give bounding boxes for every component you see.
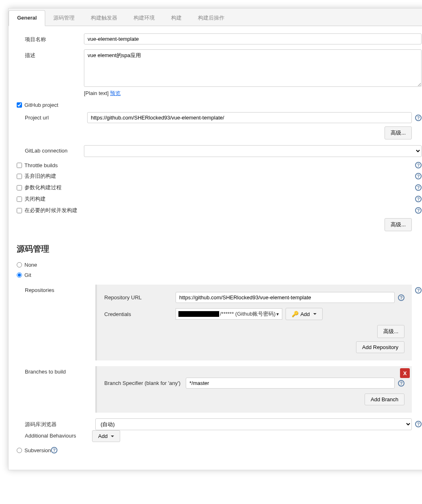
project-url-input[interactable] <box>87 112 412 123</box>
close-label: 关闭构建 <box>24 195 415 203</box>
desc-hint: [Plain text] 预览 <box>84 90 422 97</box>
advanced-button[interactable]: 高级... <box>385 126 412 139</box>
row-github-project: GitHub project <box>17 102 422 108</box>
scm-section-title: 源码管理 <box>17 243 422 254</box>
add-behaviour-button[interactable]: Add <box>92 430 120 442</box>
scm-git-label: Git <box>24 272 31 278</box>
desc-textarea[interactable]: vue element的spa应用 <box>84 49 422 87</box>
tab-scm[interactable]: 源码管理 <box>45 10 83 26</box>
row-repositories: Repositories Repository URL ? Credential… <box>25 285 422 366</box>
label-repo-url: Repository URL <box>104 294 176 301</box>
add-branch-button[interactable]: Add Branch <box>365 393 404 405</box>
help-icon[interactable]: ? <box>415 421 422 427</box>
project-name-input[interactable] <box>84 33 422 44</box>
row-desc: 描述 vue element的spa应用 [Plain text] 预览 <box>17 49 422 97</box>
scm-git-radio[interactable] <box>17 272 22 278</box>
help-icon[interactable]: ? <box>415 207 422 214</box>
help-icon[interactable]: ? <box>415 162 422 168</box>
credentials-text: /****** (Github账号密码) <box>220 310 276 318</box>
key-icon: 🔑 <box>292 311 299 317</box>
row-throttle: Throttle builds ? <box>17 162 422 168</box>
concurrent-checkbox[interactable] <box>17 208 22 213</box>
row-browser: 源码库浏览器 (自动) ? <box>25 418 422 430</box>
label-credentials: Credentials <box>104 311 176 317</box>
label-project-name: 项目名称 <box>17 33 84 43</box>
github-project-checkbox[interactable] <box>17 102 22 108</box>
label-additional: Additional Behaviours <box>25 430 92 439</box>
delete-branch-button[interactable]: X <box>400 368 410 378</box>
scm-svn-radio[interactable] <box>17 448 22 453</box>
param-label: 参数化构建过程 <box>24 184 415 191</box>
dropdown-caret-icon: ▼ <box>276 312 280 316</box>
add-label: Add <box>300 311 310 317</box>
hint-plain-text: [Plain text] <box>84 90 110 96</box>
repo-url-input[interactable] <box>176 292 395 303</box>
scm-none-radio[interactable] <box>17 262 22 267</box>
preview-link[interactable]: 预览 <box>110 90 121 96</box>
chevron-down-icon <box>313 313 316 315</box>
label-browser: 源码库浏览器 <box>25 418 92 428</box>
row-additional: Additional Behaviours Add <box>25 430 422 442</box>
row-project-name: 项目名称 <box>17 33 422 44</box>
advanced-button-2[interactable]: 高级... <box>385 218 412 231</box>
chevron-down-icon <box>111 435 114 437</box>
row-repo-url: Repository URL ? <box>104 292 404 303</box>
row-branch-spec: Branch Specifier (blank for 'any') ? <box>104 378 404 389</box>
help-icon[interactable]: ? <box>415 287 422 294</box>
content: 项目名称 描述 vue element的spa应用 [Plain text] 预… <box>9 26 422 470</box>
label-branch-spec: Branch Specifier (blank for 'any') <box>104 380 186 386</box>
tab-post[interactable]: 构建后操作 <box>190 10 233 26</box>
help-icon[interactable]: ? <box>415 184 422 191</box>
row-scm-svn: Subversion ? <box>17 447 422 453</box>
gitlab-select[interactable] <box>84 145 422 157</box>
branch-block: X Branch Specifier (blank for 'any') ? A… <box>95 366 412 413</box>
add2-label: Add <box>98 433 108 439</box>
tab-build[interactable]: 构建 <box>163 10 190 26</box>
label-repositories: Repositories <box>25 285 92 293</box>
scm-none-label: None <box>24 262 37 268</box>
row-discard: 丢弃旧的构建 ? <box>17 172 422 180</box>
tab-env[interactable]: 构建环境 <box>125 10 163 26</box>
git-subsection: Repositories Repository URL ? Credential… <box>25 285 422 442</box>
help-icon[interactable]: ? <box>415 115 422 121</box>
branch-spec-input[interactable] <box>186 378 395 389</box>
row-scm-git: Git <box>17 272 422 278</box>
row-credentials: Credentials /****** (Github账号密码) ▼ 🔑 Add <box>104 308 404 320</box>
help-icon[interactable]: ? <box>51 447 57 453</box>
help-icon[interactable]: ? <box>398 380 404 387</box>
row-param: 参数化构建过程 ? <box>17 184 422 191</box>
tab-general[interactable]: General <box>9 10 45 26</box>
row-concurrent: 在必要的时候并发构建 ? <box>17 207 422 214</box>
row-branches: Branches to build X Branch Specifier (bl… <box>25 366 422 418</box>
help-icon[interactable]: ? <box>398 294 404 301</box>
discard-label: 丢弃旧的构建 <box>24 172 415 180</box>
param-checkbox[interactable] <box>17 185 22 190</box>
tabs: General 源码管理 构建触发器 构建环境 构建 构建后操作 <box>9 9 422 26</box>
close-checkbox[interactable] <box>17 197 22 202</box>
row-gitlab: GitLab connection <box>17 145 422 157</box>
row-scm-none: None <box>17 262 422 268</box>
add-repository-button[interactable]: Add Repository <box>356 341 404 353</box>
label-desc: 描述 <box>17 49 84 59</box>
label-gitlab: GitLab connection <box>17 145 84 154</box>
help-icon[interactable]: ? <box>415 196 422 202</box>
credentials-masked <box>178 311 219 317</box>
github-project-label: GitHub project <box>24 102 422 108</box>
throttle-label: Throttle builds <box>24 162 415 168</box>
config-page: General 源码管理 构建触发器 构建环境 构建 构建后操作 项目名称 描述… <box>8 8 422 470</box>
add-credentials-button[interactable]: 🔑 Add <box>286 308 322 320</box>
browser-select[interactable]: (自动) <box>95 418 412 430</box>
tab-triggers[interactable]: 构建触发器 <box>83 10 125 26</box>
row-project-url: Project url ? <box>17 112 422 123</box>
label-project-url: Project url <box>17 112 84 121</box>
credentials-select[interactable]: /****** (Github账号密码) ▼ <box>176 308 282 320</box>
repo-block: Repository URL ? Credentials <box>95 285 412 360</box>
help-icon[interactable]: ? <box>415 173 422 179</box>
throttle-checkbox[interactable] <box>17 163 22 168</box>
repo-advanced-button[interactable]: 高级... <box>377 325 404 338</box>
concurrent-label: 在必要的时候并发构建 <box>24 207 415 214</box>
label-branches: Branches to build <box>25 366 92 375</box>
discard-checkbox[interactable] <box>17 174 22 179</box>
scm-svn-label: Subversion <box>24 447 51 453</box>
row-close: 关闭构建 ? <box>17 195 422 203</box>
